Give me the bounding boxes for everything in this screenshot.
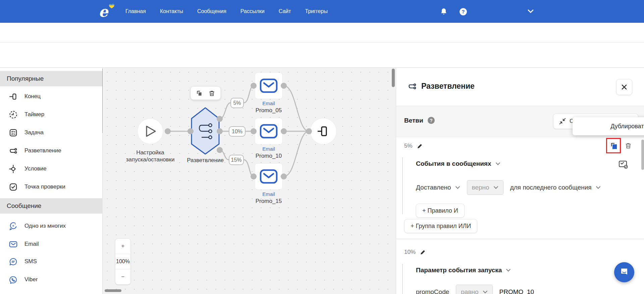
zoom-level[interactable]: 100%	[115, 254, 130, 269]
nav-item-triggers[interactable]: Триггеры	[305, 8, 328, 14]
sidebar-item-one-of-many[interactable]: Одно из многих	[0, 218, 103, 234]
close-icon	[621, 84, 627, 90]
select-value: верно	[472, 184, 489, 191]
chevron-down-icon	[493, 185, 498, 190]
divider	[396, 239, 644, 239]
email-node-name: Promo_10	[252, 152, 285, 159]
duplicate-branch-icon[interactable]	[610, 142, 618, 150]
trash-icon[interactable]	[208, 90, 215, 97]
bell-icon[interactable]	[439, 7, 448, 16]
zoom-controls: + 100% −	[115, 238, 131, 285]
sidebar-item-email[interactable]: Email	[0, 236, 103, 252]
sidebar-item-sms[interactable]: SMS	[0, 254, 103, 269]
sidebar-item-label: Задача	[24, 129, 44, 136]
sidebar-item-checkpoint[interactable]: Точка проверки	[0, 179, 103, 195]
add-and-rule-button[interactable]: + Правило И	[416, 204, 465, 218]
true-false-select[interactable]: верно	[467, 180, 503, 195]
nav-item-main[interactable]: Главная	[125, 8, 146, 14]
email-node-promo10[interactable]	[255, 118, 282, 144]
start-node[interactable]	[138, 119, 163, 144]
end-node[interactable]	[310, 118, 336, 144]
sidebar-item-label: Конец	[24, 93, 41, 100]
branch-badge-5[interactable]: 5%	[230, 98, 244, 108]
nav-item-contacts[interactable]: Контакты	[160, 8, 183, 14]
checkpoint-icon	[9, 182, 18, 192]
nav-item-campaigns[interactable]: Рассылки	[240, 8, 265, 14]
top-nav: e Главная Контакты Сообщения Рассылки Са…	[0, 0, 644, 23]
sms-icon	[9, 257, 18, 266]
delivered-dropdown[interactable]: Доставлено	[416, 184, 451, 191]
email-node-type: Email	[252, 146, 285, 152]
select-value: равно	[461, 288, 478, 294]
app-logo-icon[interactable]: e	[98, 3, 115, 20]
add-or-group-button[interactable]: + Группа правил ИЛИ	[404, 219, 477, 233]
branches-label: Ветви	[404, 117, 423, 124]
zoom-out-button[interactable]: −	[115, 269, 130, 284]
flow-canvas[interactable]: 5% 10% 15% Настройказапуска/остановки Ра…	[103, 68, 396, 294]
param-value[interactable]: PROMO_10	[499, 288, 534, 294]
chevron-down-icon[interactable]	[596, 185, 601, 190]
email-node-type: Email	[252, 100, 285, 106]
edit-pencil-icon[interactable]	[417, 143, 423, 149]
condition-type-dropdown[interactable]: События в сообщениях	[416, 160, 638, 167]
nav-item-site[interactable]: Сайт	[279, 8, 291, 14]
help-icon[interactable]: ?	[428, 117, 435, 124]
account-chevron-down-icon[interactable]	[527, 9, 534, 14]
branch-percent: 5%	[404, 143, 413, 149]
svg-text:?: ?	[462, 9, 465, 14]
branch-percent-row: 5%	[404, 143, 423, 149]
branch-badge-10[interactable]: 10%	[229, 126, 246, 137]
email-node-promo05[interactable]	[255, 73, 282, 99]
branch-node[interactable]	[192, 108, 219, 154]
sidebar-item-condition[interactable]: Условие	[0, 161, 103, 176]
canvas-vertical-scrollbar[interactable]	[392, 69, 395, 87]
delete-branch-icon[interactable]	[625, 142, 632, 149]
sidebar-item-label: Viber	[24, 276, 38, 283]
panel-header: Разветвление	[396, 68, 644, 106]
edit-pencil-icon[interactable]	[420, 249, 426, 255]
help-icon[interactable]: ?	[459, 7, 468, 16]
canvas-horizontal-scrollbar[interactable]	[105, 289, 121, 292]
condition-icon	[9, 164, 18, 173]
section-header-popular: Популярные	[0, 71, 103, 86]
message-scope-dropdown[interactable]: для последнего сообщения	[510, 184, 592, 191]
section-header-message: Сообщение	[0, 198, 103, 214]
viber-icon	[9, 275, 18, 284]
copy-icon[interactable]	[196, 90, 203, 97]
nav-menu: Главная Контакты Сообщения Рассылки Сайт…	[125, 0, 328, 23]
param-name[interactable]: promoCode	[416, 288, 449, 294]
sidebar-item-task[interactable]: Задача	[0, 125, 103, 140]
nav-item-messages[interactable]: Сообщения	[197, 8, 226, 14]
blocks-sidebar: Популярные Конец Таймер Задача Разветвле…	[0, 68, 103, 294]
condition-group-10: Параметр события запуска promoCode равно…	[402, 264, 638, 294]
svg-text:e: e	[99, 3, 109, 20]
sidebar-item-viber[interactable]: Viber	[0, 272, 103, 287]
divider	[0, 42, 644, 43]
email-node-promo15[interactable]	[255, 163, 282, 190]
email-icon	[9, 240, 18, 249]
end-icon	[9, 92, 18, 101]
chevron-down-icon[interactable]	[455, 185, 460, 190]
sidebar-item-label: SMS	[24, 258, 37, 265]
email-node-type: Email	[252, 191, 285, 197]
condition-fields-row: promoCode равно PROMO_10	[416, 285, 638, 294]
sidebar-item-label: Условие	[24, 165, 47, 172]
sidebar-item-label: Точка проверки	[24, 183, 65, 190]
sidebar-item-label: Таймер	[24, 111, 44, 118]
sidebar-item-label: Email	[24, 241, 39, 247]
sidebar-item-branch[interactable]: Разветвление	[0, 143, 103, 158]
operator-select[interactable]: равно	[456, 285, 492, 294]
panel-title: Разветвление	[421, 82, 475, 91]
branch-icon	[408, 82, 417, 91]
sidebar-item-timer[interactable]: Таймер	[0, 107, 103, 122]
zoom-in-button[interactable]: +	[115, 239, 130, 254]
condition-type-dropdown[interactable]: Параметр события запуска	[416, 267, 638, 274]
close-panel-button[interactable]	[616, 79, 632, 95]
branch-percent-row: 10%	[404, 249, 426, 255]
email-node-name: Promo_05	[252, 107, 285, 114]
condition-type-label: Параметр события запуска	[416, 267, 502, 274]
timer-icon	[9, 110, 18, 119]
chat-widget-button[interactable]	[614, 262, 634, 282]
sidebar-item-end[interactable]: Конец	[0, 89, 103, 104]
panel-scrollbar[interactable]	[641, 140, 644, 170]
